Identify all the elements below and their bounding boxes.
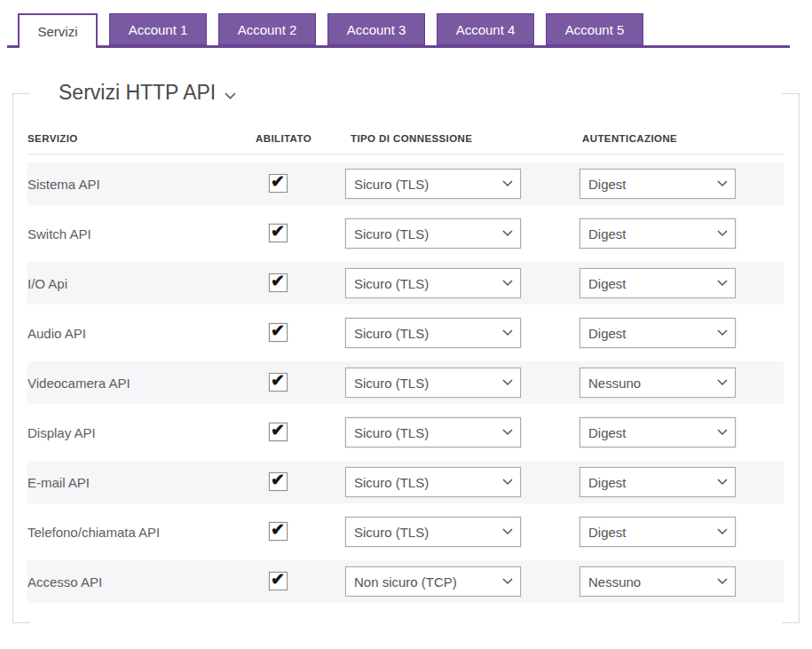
tab-account-2[interactable]: Account 2 [218, 13, 316, 45]
panel-corner-top-right [782, 93, 799, 94]
connection-type-select[interactable]: Sicuro (TLS) [345, 517, 521, 547]
connection-type-select[interactable]: Sicuro (TLS) [345, 417, 521, 447]
column-header-authentication: AUTENTICAZIONE [582, 133, 677, 144]
column-header-connection-type: TIPO DI CONNESSIONE [351, 133, 472, 144]
service-name-label: Videocamera API [28, 376, 130, 391]
tab-account-3[interactable]: Account 3 [327, 13, 425, 45]
table-row-display-api: Display API✔Sicuro (TLS)Digest [28, 408, 784, 457]
connection-type-select-wrap: Sicuro (TLS) [345, 169, 521, 199]
table-row-sistema-api: Sistema API✔Sicuro (TLS)Digest [28, 159, 784, 209]
tab-account-5[interactable]: Account 5 [546, 13, 643, 45]
connection-type-select[interactable]: Sicuro (TLS) [345, 318, 521, 348]
connection-type-select-wrap: Sicuro (TLS) [345, 467, 521, 497]
panel-title-text: Servizi HTTP API [59, 81, 216, 105]
authentication-select-wrap: Digest [579, 517, 736, 547]
tab-bar: ServiziAccount 1Account 2Account 3Accoun… [18, 13, 643, 48]
column-header-service: SERVIZIO [28, 133, 78, 144]
table-row-switch-api: Switch API✔Sicuro (TLS)Digest [28, 209, 784, 258]
connection-type-select-wrap: Sicuro (TLS) [345, 218, 521, 249]
service-name-label: I/O Api [28, 276, 67, 291]
table-row-videocamera-api: Videocamera API✔Sicuro (TLS)Nessuno [28, 358, 784, 408]
checkmark-icon: ✔ [271, 570, 285, 590]
authentication-select[interactable]: Digest [579, 417, 736, 447]
table-header-separator [28, 154, 784, 154]
authentication-select-wrap: Digest [579, 169, 736, 199]
checkmark-icon: ✔ [271, 222, 285, 242]
checkmark-icon: ✔ [271, 172, 285, 193]
authentication-select-wrap: Nessuno [579, 566, 736, 597]
authentication-select-wrap: Digest [579, 467, 736, 497]
checkmark-icon: ✔ [271, 520, 285, 541]
panel-corner-bottom-left [13, 622, 30, 623]
connection-type-select-wrap: Sicuro (TLS) [345, 268, 521, 298]
authentication-select[interactable]: Digest [579, 169, 736, 199]
table-row-accesso-api: Accesso API✔Non sicuro (TCP)Nessuno [28, 557, 784, 606]
service-rows: Sistema API✔Sicuro (TLS)DigestSwitch API… [28, 159, 784, 606]
service-name-label: E-mail API [28, 475, 90, 490]
table-header-row: SERVIZIO ABILITATO TIPO DI CONNESSIONE A… [28, 133, 784, 149]
connection-type-select[interactable]: Non sicuro (TCP) [345, 566, 521, 597]
tab-account-4[interactable]: Account 4 [437, 13, 534, 45]
enabled-checkbox[interactable]: ✔ [269, 224, 288, 242]
authentication-select[interactable]: Digest [579, 218, 736, 249]
panel-title[interactable]: Servizi HTTP API [50, 81, 245, 105]
enabled-checkbox[interactable]: ✔ [269, 373, 288, 392]
chevron-down-icon [225, 81, 236, 105]
authentication-select[interactable]: Nessuno [579, 368, 736, 398]
column-header-enabled: ABILITATO [256, 133, 311, 144]
authentication-select-wrap: Digest [579, 218, 736, 249]
checkmark-icon: ✔ [271, 321, 285, 342]
authentication-select[interactable]: Digest [579, 517, 736, 547]
table-row-i-o-api: I/O Api✔Sicuro (TLS)Digest [28, 258, 784, 308]
enabled-checkbox[interactable]: ✔ [269, 472, 288, 491]
table-row-telefono-chiamata-api: Telefono/chiamata API✔Sicuro (TLS)Digest [28, 507, 784, 557]
connection-type-select-wrap: Non sicuro (TCP) [345, 566, 521, 597]
enabled-checkbox[interactable]: ✔ [269, 174, 288, 193]
enabled-checkbox[interactable]: ✔ [269, 572, 288, 590]
authentication-select-wrap: Digest [579, 417, 736, 447]
tab-account-1[interactable]: Account 1 [109, 13, 207, 45]
enabled-checkbox[interactable]: ✔ [269, 273, 288, 292]
tab-servizi[interactable]: Servizi [18, 13, 98, 48]
authentication-select[interactable]: Digest [579, 268, 736, 298]
checkmark-icon: ✔ [271, 471, 285, 491]
connection-type-select[interactable]: Sicuro (TLS) [345, 368, 521, 398]
table-row-audio-api: Audio API✔Sicuro (TLS)Digest [28, 308, 784, 358]
connection-type-select-wrap: Sicuro (TLS) [345, 517, 521, 547]
checkmark-icon: ✔ [271, 421, 285, 441]
checkmark-icon: ✔ [271, 371, 285, 392]
service-name-label: Telefono/chiamata API [28, 525, 160, 540]
service-name-label: Display API [28, 425, 96, 440]
authentication-select[interactable]: Digest [579, 318, 736, 348]
panel-corner-bottom-right [782, 622, 799, 623]
checkmark-icon: ✔ [271, 272, 285, 292]
connection-type-select[interactable]: Sicuro (TLS) [345, 268, 521, 298]
service-name-label: Switch API [28, 226, 91, 241]
authentication-select[interactable]: Digest [579, 467, 736, 497]
service-name-label: Audio API [28, 326, 86, 341]
authentication-select-wrap: Digest [579, 268, 736, 298]
enabled-checkbox[interactable]: ✔ [269, 423, 288, 441]
http-api-panel: Servizi HTTP API SERVIZIO ABILITATO TIPO… [12, 93, 800, 623]
panel-corner-top-left [13, 93, 30, 94]
authentication-select-wrap: Digest [579, 318, 736, 348]
connection-type-select[interactable]: Sicuro (TLS) [345, 169, 521, 199]
enabled-checkbox[interactable]: ✔ [269, 323, 288, 342]
authentication-select[interactable]: Nessuno [579, 566, 736, 597]
table-row-e-mail-api: E-mail API✔Sicuro (TLS)Digest [28, 457, 784, 507]
connection-type-select-wrap: Sicuro (TLS) [345, 318, 521, 348]
authentication-select-wrap: Nessuno [579, 368, 736, 398]
connection-type-select[interactable]: Sicuro (TLS) [345, 218, 521, 249]
connection-type-select-wrap: Sicuro (TLS) [345, 417, 521, 447]
connection-type-select[interactable]: Sicuro (TLS) [345, 467, 521, 497]
enabled-checkbox[interactable]: ✔ [269, 522, 288, 541]
service-name-label: Accesso API [28, 574, 102, 590]
connection-type-select-wrap: Sicuro (TLS) [345, 368, 521, 398]
service-name-label: Sistema API [28, 177, 100, 192]
